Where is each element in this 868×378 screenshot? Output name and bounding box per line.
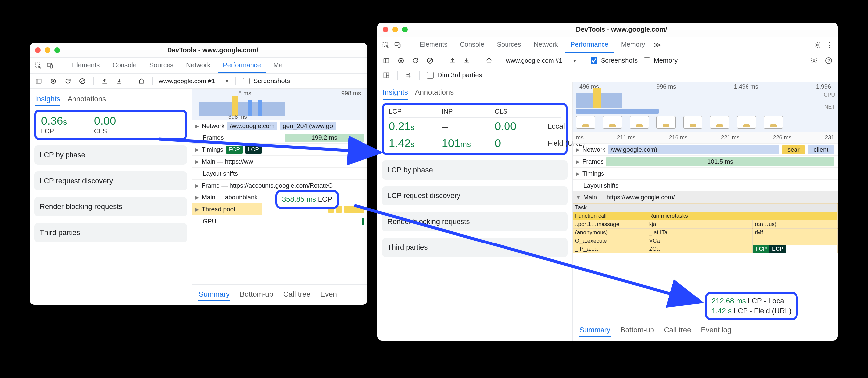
clear-icon[interactable] <box>78 76 87 86</box>
gear-icon[interactable] <box>812 40 822 50</box>
minimize-icon[interactable] <box>392 27 398 32</box>
disclosure-icon[interactable]: ▶ <box>195 123 199 128</box>
flame-cell[interactable]: (an…us) <box>753 220 838 229</box>
recording-select[interactable]: www.google.com #1 ▼ <box>506 57 577 64</box>
download-icon[interactable] <box>114 76 124 86</box>
disclosure-icon[interactable]: ▶ <box>576 171 580 176</box>
memory-checkbox[interactable]: Memory <box>642 56 678 65</box>
bottom-tab-bottom-up[interactable]: Bottom-up <box>239 288 274 301</box>
screenshots-checkbox-input[interactable] <box>243 78 250 85</box>
tab-performance[interactable]: Performance <box>565 37 614 53</box>
network-item[interactable]: /ww.google.com <box>227 122 277 130</box>
recording-select[interactable]: www.google.com #1 ▼ <box>159 78 229 85</box>
track-layout-shifts[interactable]: Layout shifts <box>192 168 368 179</box>
screenshots-checkbox[interactable]: Screenshots <box>589 56 638 65</box>
bottom-tab-event-log[interactable]: Event log <box>701 324 732 337</box>
inspect-icon[interactable] <box>33 61 43 70</box>
insight-third-parties[interactable]: Third parties <box>34 223 187 242</box>
tab-network[interactable]: Network <box>528 37 563 53</box>
kebab-icon[interactable]: ⋮ <box>824 40 834 50</box>
screenshot-thumb[interactable] <box>576 116 595 128</box>
sidebar-tab-annotations[interactable]: Annotations <box>67 93 106 106</box>
sidebar-tab-annotations[interactable]: Annotations <box>415 86 454 100</box>
more-tabs-icon[interactable]: ≫ <box>652 40 662 50</box>
track-network[interactable]: ▶ Network /ww.google.com) sear client <box>573 144 838 156</box>
home-icon[interactable] <box>484 56 494 66</box>
treemap-icon[interactable] <box>381 70 391 80</box>
overview-ruler[interactable]: 8 ms 998 ms 398 ms <box>192 89 368 120</box>
tab-more-truncated[interactable]: Me <box>268 58 288 73</box>
track-layout-shifts[interactable]: Layout shifts <box>573 179 838 192</box>
screenshots-checkbox[interactable]: Screenshots <box>242 77 290 85</box>
toggle-sidebar-icon[interactable] <box>34 76 44 86</box>
bottom-tab-summary[interactable]: Summary <box>579 324 611 337</box>
reload-record-icon[interactable] <box>410 56 421 66</box>
track-timings[interactable]: ▶ Timings <box>573 168 838 179</box>
dim-3rd-parties-input[interactable] <box>427 72 434 79</box>
screenshots-checkbox-input[interactable] <box>591 57 597 64</box>
screenshot-thumb[interactable] <box>683 116 703 128</box>
bottom-tab-summary[interactable]: Summary <box>198 288 230 301</box>
tab-performance[interactable]: Performance <box>218 58 267 73</box>
disclosure-icon[interactable]: ▶ <box>576 147 580 152</box>
home-icon[interactable] <box>136 76 146 86</box>
memory-checkbox-input[interactable] <box>644 57 650 64</box>
disclosure-icon[interactable]: ▶ <box>195 207 199 212</box>
device-toggle-icon[interactable] <box>393 40 403 50</box>
track-main[interactable]: ▼ Main — https://www.google.com/ <box>573 192 838 203</box>
lcp-badge[interactable]: LCP <box>769 245 786 253</box>
insight-lcp-by-phase[interactable]: LCP by phase <box>382 161 568 179</box>
fcp-badge[interactable]: FCP <box>753 245 769 253</box>
record-icon[interactable] <box>396 56 406 66</box>
device-toggle-icon[interactable] <box>45 61 55 70</box>
frame-duration[interactable]: 101.5 ms <box>606 157 834 166</box>
disclosure-icon[interactable]: ▶ <box>195 183 199 188</box>
clear-icon[interactable] <box>425 56 435 66</box>
toggle-sidebar-icon[interactable] <box>381 56 391 66</box>
bottom-tab-event-log-truncated[interactable]: Even <box>320 288 338 301</box>
disclosure-down-icon[interactable]: ▼ <box>576 195 581 200</box>
tab-memory[interactable]: Memory <box>616 37 650 53</box>
record-icon[interactable] <box>48 76 58 86</box>
network-item[interactable]: gen_204 (www.go <box>280 122 336 130</box>
tab-network[interactable]: Network <box>181 58 216 73</box>
upload-icon[interactable] <box>447 56 457 66</box>
bottom-tab-call-tree[interactable]: Call tree <box>283 288 311 301</box>
inspect-icon[interactable] <box>381 40 391 50</box>
insight-lcp-request-discovery[interactable]: LCP request discovery <box>34 171 187 191</box>
screenshot-thumb[interactable] <box>737 116 756 128</box>
tab-console[interactable]: Console <box>107 58 142 73</box>
close-icon[interactable] <box>383 27 388 32</box>
screenshot-thumb[interactable] <box>656 116 676 128</box>
upload-icon[interactable] <box>100 76 110 86</box>
zoom-icon[interactable] <box>402 27 407 32</box>
network-item[interactable]: sear <box>782 145 805 154</box>
flame-cell[interactable] <box>753 237 838 245</box>
sidebar-tab-insights[interactable]: Insights <box>35 93 60 106</box>
shrink-icon[interactable] <box>404 70 413 80</box>
track-frames[interactable]: ▶ Frames 101.5 ms <box>573 156 838 168</box>
screenshot-thumb[interactable] <box>630 116 649 128</box>
sidebar-tab-insights[interactable]: Insights <box>383 86 408 100</box>
screenshot-thumb[interactable] <box>764 116 783 128</box>
tab-elements[interactable]: Elements <box>414 37 453 53</box>
network-item[interactable]: /ww.google.com) <box>608 145 779 154</box>
minimize-icon[interactable] <box>45 47 50 53</box>
tab-console[interactable]: Console <box>455 37 489 53</box>
screenshot-filmstrip[interactable] <box>576 113 834 130</box>
screenshot-thumb[interactable] <box>603 116 622 128</box>
disclosure-icon[interactable]: ▶ <box>195 195 199 200</box>
flame-cell[interactable]: rMf <box>753 229 838 237</box>
detail-ruler[interactable]: ms 211 ms 216 ms 221 ms 226 ms 231 <box>573 132 838 144</box>
insight-render-blocking[interactable]: Render blocking requests <box>34 197 187 216</box>
close-icon[interactable] <box>35 47 41 53</box>
reload-record-icon[interactable] <box>63 76 73 86</box>
disclosure-icon[interactable]: ▶ <box>576 159 580 164</box>
track-network[interactable]: ▶ Network /ww.google.com gen_204 (www.go <box>192 120 368 132</box>
zoom-icon[interactable] <box>54 47 60 53</box>
screenshot-thumb[interactable] <box>710 116 729 128</box>
gear-icon[interactable] <box>809 56 819 66</box>
overview-ruler[interactable]: 496 ms 996 ms 1,496 ms 1,996 CPU NET <box>573 82 838 132</box>
tab-sources[interactable]: Sources <box>492 37 526 53</box>
bottom-tab-call-tree[interactable]: Call tree <box>663 324 692 337</box>
